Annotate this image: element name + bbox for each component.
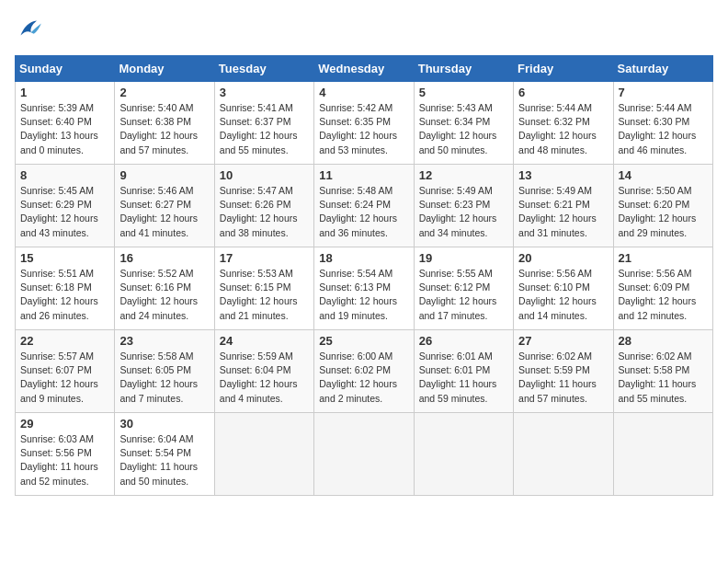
day-header-sunday: Sunday — [16, 56, 115, 82]
logo — [15, 15, 48, 44]
sunrise-text: Sunrise: 5:59 AM — [220, 350, 293, 362]
day-info: Sunrise: 5:51 AM Sunset: 6:18 PM Dayligh… — [20, 267, 109, 323]
sunrise-text: Sunrise: 5:43 AM — [419, 102, 493, 113]
calendar-cell: 3 Sunrise: 5:41 AM Sunset: 6:37 PM Dayli… — [214, 82, 313, 165]
day-number: 9 — [119, 168, 209, 182]
sunset-text: Sunset: 5:54 PM — [119, 447, 191, 458]
day-number: 29 — [20, 417, 109, 431]
daylight-text: Daylight: 13 hours and 0 minutes. — [20, 130, 98, 155]
day-info: Sunrise: 5:49 AM Sunset: 6:21 PM Dayligh… — [518, 184, 608, 240]
daylight-text: Daylight: 12 hours and 53 minutes. — [319, 130, 397, 155]
calendar-cell: 26 Sunrise: 6:01 AM Sunset: 6:01 PM Dayl… — [414, 330, 513, 413]
daylight-text: Daylight: 12 hours and 43 minutes. — [20, 213, 98, 237]
day-number: 25 — [319, 334, 408, 348]
daylight-text: Daylight: 12 hours and 34 minutes. — [419, 213, 497, 237]
sunrise-text: Sunrise: 5:46 AM — [119, 185, 193, 196]
sunrise-text: Sunrise: 5:55 AM — [419, 268, 493, 279]
calendar-cell: 15 Sunrise: 5:51 AM Sunset: 6:18 PM Dayl… — [16, 247, 115, 330]
day-info: Sunrise: 5:41 AM Sunset: 6:37 PM Dayligh… — [220, 101, 309, 157]
calendar-cell: 16 Sunrise: 5:52 AM Sunset: 6:16 PM Dayl… — [115, 247, 214, 330]
calendar-cell: 14 Sunrise: 5:50 AM Sunset: 6:20 PM Dayl… — [613, 165, 712, 247]
calendar-cell: 23 Sunrise: 5:58 AM Sunset: 6:05 PM Dayl… — [115, 330, 214, 413]
daylight-text: Daylight: 12 hours and 57 minutes. — [119, 130, 198, 155]
day-info: Sunrise: 6:02 AM Sunset: 5:58 PM Dayligh… — [619, 350, 708, 406]
sunrise-text: Sunrise: 5:49 AM — [419, 185, 493, 196]
day-info: Sunrise: 5:55 AM Sunset: 6:12 PM Dayligh… — [419, 267, 508, 323]
calendar-cell: 22 Sunrise: 5:57 AM Sunset: 6:07 PM Dayl… — [16, 330, 115, 413]
sunset-text: Sunset: 5:58 PM — [619, 364, 690, 375]
calendar-cell: 27 Sunrise: 6:02 AM Sunset: 5:59 PM Dayl… — [514, 330, 613, 413]
day-info: Sunrise: 5:42 AM Sunset: 6:35 PM Dayligh… — [319, 101, 408, 157]
sunset-text: Sunset: 6:23 PM — [419, 199, 491, 210]
day-number: 15 — [20, 251, 109, 265]
day-header-thursday: Thursday — [414, 56, 513, 82]
day-header-monday: Monday — [115, 56, 214, 82]
calendar-cell: 8 Sunrise: 5:45 AM Sunset: 6:29 PM Dayli… — [16, 165, 115, 247]
day-number: 13 — [518, 168, 608, 182]
day-info: Sunrise: 5:59 AM Sunset: 6:04 PM Dayligh… — [220, 350, 309, 406]
day-info: Sunrise: 5:53 AM Sunset: 6:15 PM Dayligh… — [220, 267, 309, 323]
day-number: 18 — [319, 251, 408, 265]
sunset-text: Sunset: 6:32 PM — [518, 116, 590, 127]
sunrise-text: Sunrise: 5:41 AM — [220, 102, 293, 113]
day-number: 22 — [20, 334, 109, 348]
sunset-text: Sunset: 6:21 PM — [518, 199, 590, 210]
daylight-text: Daylight: 12 hours and 48 minutes. — [518, 130, 597, 155]
sunset-text: Sunset: 6:34 PM — [419, 116, 491, 127]
calendar-cell: 12 Sunrise: 5:49 AM Sunset: 6:23 PM Dayl… — [414, 165, 513, 247]
daylight-text: Daylight: 12 hours and 21 minutes. — [220, 295, 298, 320]
day-info: Sunrise: 5:56 AM Sunset: 6:10 PM Dayligh… — [518, 267, 608, 323]
calendar-cell — [314, 413, 414, 496]
sunset-text: Sunset: 6:27 PM — [119, 199, 191, 210]
day-info: Sunrise: 5:46 AM Sunset: 6:27 PM Dayligh… — [119, 184, 209, 240]
day-number: 26 — [419, 334, 508, 348]
sunrise-text: Sunrise: 5:40 AM — [119, 102, 193, 113]
header-row: SundayMondayTuesdayWednesdayThursdayFrid… — [16, 56, 713, 82]
day-info: Sunrise: 6:03 AM Sunset: 5:56 PM Dayligh… — [20, 432, 109, 488]
sunrise-text: Sunrise: 5:58 AM — [119, 350, 193, 362]
daylight-text: Daylight: 11 hours and 57 minutes. — [518, 378, 597, 403]
calendar-cell — [514, 413, 613, 496]
daylight-text: Daylight: 11 hours and 59 minutes. — [419, 378, 497, 403]
sunrise-text: Sunrise: 6:01 AM — [419, 350, 493, 362]
sunrise-text: Sunrise: 5:57 AM — [20, 350, 94, 362]
day-number: 24 — [220, 334, 309, 348]
daylight-text: Daylight: 12 hours and 31 minutes. — [518, 213, 597, 237]
calendar-cell: 1 Sunrise: 5:39 AM Sunset: 6:40 PM Dayli… — [16, 82, 115, 165]
sunrise-text: Sunrise: 6:04 AM — [119, 433, 193, 444]
day-number: 16 — [119, 251, 209, 265]
sunset-text: Sunset: 6:18 PM — [20, 282, 92, 293]
daylight-text: Daylight: 12 hours and 26 minutes. — [20, 295, 98, 320]
calendar-cell: 7 Sunrise: 5:44 AM Sunset: 6:30 PM Dayli… — [613, 82, 712, 165]
logo-icon — [15, 15, 44, 44]
calendar-cell: 5 Sunrise: 5:43 AM Sunset: 6:34 PM Dayli… — [414, 82, 513, 165]
sunset-text: Sunset: 6:07 PM — [20, 364, 92, 375]
sunrise-text: Sunrise: 5:47 AM — [220, 185, 293, 196]
sunset-text: Sunset: 6:13 PM — [319, 282, 391, 293]
day-info: Sunrise: 5:54 AM Sunset: 6:13 PM Dayligh… — [319, 267, 408, 323]
daylight-text: Daylight: 12 hours and 24 minutes. — [119, 295, 198, 320]
day-number: 10 — [220, 168, 309, 182]
day-number: 20 — [518, 251, 608, 265]
daylight-text: Daylight: 12 hours and 41 minutes. — [119, 213, 198, 237]
day-number: 17 — [220, 251, 309, 265]
sunset-text: Sunset: 6:24 PM — [319, 199, 391, 210]
day-number: 11 — [319, 168, 408, 182]
day-info: Sunrise: 5:57 AM Sunset: 6:07 PM Dayligh… — [20, 350, 109, 406]
day-info: Sunrise: 6:00 AM Sunset: 6:02 PM Dayligh… — [319, 350, 408, 406]
calendar-table: SundayMondayTuesdayWednesdayThursdayFrid… — [15, 55, 713, 496]
calendar-cell: 29 Sunrise: 6:03 AM Sunset: 5:56 PM Dayl… — [16, 413, 115, 496]
day-number: 14 — [619, 168, 708, 182]
daylight-text: Daylight: 12 hours and 55 minutes. — [220, 130, 298, 155]
sunrise-text: Sunrise: 5:49 AM — [518, 185, 592, 196]
day-header-friday: Friday — [514, 56, 613, 82]
day-number: 5 — [419, 86, 508, 99]
daylight-text: Daylight: 12 hours and 29 minutes. — [619, 213, 697, 237]
sunset-text: Sunset: 6:02 PM — [319, 364, 391, 375]
calendar-cell: 10 Sunrise: 5:47 AM Sunset: 6:26 PM Dayl… — [214, 165, 313, 247]
day-info: Sunrise: 5:50 AM Sunset: 6:20 PM Dayligh… — [619, 184, 708, 240]
day-info: Sunrise: 5:52 AM Sunset: 6:16 PM Dayligh… — [119, 267, 209, 323]
sunset-text: Sunset: 6:26 PM — [220, 199, 291, 210]
sunrise-text: Sunrise: 6:02 AM — [518, 350, 592, 362]
daylight-text: Daylight: 12 hours and 38 minutes. — [220, 213, 298, 237]
